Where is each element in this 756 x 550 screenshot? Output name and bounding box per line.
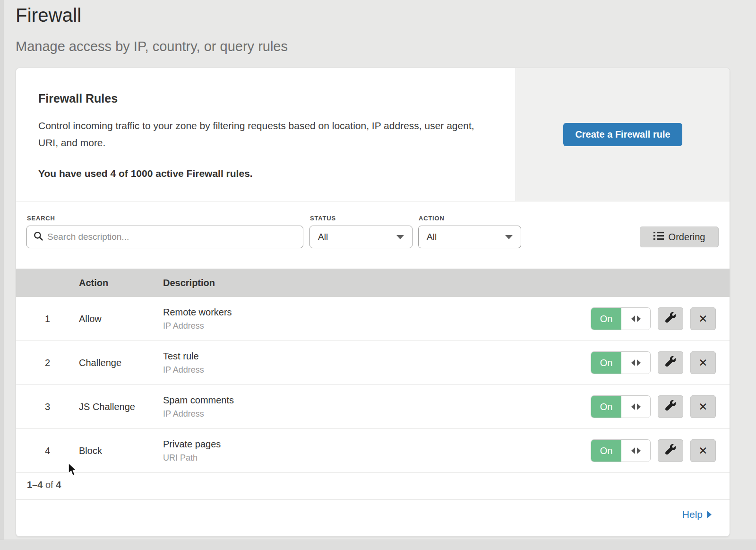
rule-match-type: IP Address	[163, 365, 591, 375]
rule-action: Block	[79, 445, 163, 456]
search-input[interactable]	[47, 232, 296, 242]
page-title: Firewall	[16, 5, 756, 26]
rule-description: Remote workers	[163, 307, 591, 318]
table-header: Action Description	[16, 269, 730, 297]
delete-rule-button[interactable]: ✕	[690, 351, 716, 374]
list-icon	[653, 231, 664, 243]
toggle-on-label: On	[591, 308, 621, 330]
search-label: SEARCH	[27, 215, 55, 222]
rule-number: 3	[16, 402, 79, 412]
page-left-edge	[0, 0, 4, 550]
search-icon	[34, 231, 43, 243]
wrench-icon	[665, 444, 676, 457]
action-select-value: All	[427, 232, 437, 242]
wrench-icon	[665, 312, 676, 325]
toggle-arrows-icon	[621, 440, 650, 462]
rule-controls: On ✕	[591, 439, 730, 462]
filter-bar: SEARCH STATUS All ACTION All Ordering	[16, 201, 730, 269]
rule-description-cell: Remote workers IP Address	[163, 307, 591, 331]
delete-rule-button[interactable]: ✕	[690, 307, 716, 330]
status-label: STATUS	[310, 215, 336, 222]
card-intro: Firewall Rules Control incoming traffic …	[16, 68, 515, 201]
action-select[interactable]: All	[418, 226, 521, 248]
table-row: 2 Challenge Test rule IP Address On ✕	[16, 341, 730, 385]
rule-action: JS Challenge	[79, 402, 163, 412]
edit-rule-button[interactable]	[658, 351, 683, 374]
wrench-icon	[665, 356, 676, 369]
toggle-on-label: On	[591, 396, 621, 418]
edit-rule-button[interactable]	[658, 439, 683, 462]
ordering-button[interactable]: Ordering	[640, 227, 719, 247]
rule-description: Private pages	[163, 439, 591, 450]
card-usage-text: You have used 4 of 1000 active Firewall …	[38, 168, 497, 179]
column-header-action: Action	[79, 278, 163, 288]
status-select-value: All	[318, 232, 328, 242]
create-firewall-rule-button[interactable]: Create a Firewall rule	[563, 123, 682, 146]
edit-rule-button[interactable]	[658, 307, 683, 330]
ordering-button-label: Ordering	[669, 232, 705, 243]
card-action-panel: Create a Firewall rule	[515, 68, 730, 201]
rule-match-type: IP Address	[163, 321, 591, 331]
page-subtitle: Manage access by IP, country, or query r…	[16, 39, 756, 54]
search-field[interactable]	[26, 226, 303, 248]
table-row: 3 JS Challenge Spam comments IP Address …	[16, 385, 730, 429]
rule-description-cell: Spam comments IP Address	[163, 395, 591, 419]
toggle-arrows-icon	[621, 396, 650, 418]
rule-description-cell: Private pages URI Path	[163, 439, 591, 463]
chevron-right-icon	[707, 511, 712, 518]
rule-match-type: URI Path	[163, 453, 591, 463]
page-bottom-edge	[0, 540, 756, 550]
pagination-range: 1–4	[27, 480, 43, 490]
rule-controls: On ✕	[591, 395, 730, 418]
toggle-on-label: On	[591, 352, 621, 374]
delete-rule-button[interactable]: ✕	[690, 395, 716, 418]
rule-match-type: IP Address	[163, 409, 591, 419]
rule-number: 1	[16, 314, 79, 324]
rule-description: Spam comments	[163, 395, 591, 406]
card-top-section: Firewall Rules Control incoming traffic …	[16, 68, 730, 201]
pagination-total: 4	[56, 480, 61, 490]
toggle-on-label: On	[591, 440, 621, 462]
close-icon: ✕	[698, 313, 707, 325]
pagination-of: of	[45, 480, 53, 490]
rule-enable-toggle[interactable]: On	[591, 307, 651, 330]
rule-number: 4	[16, 445, 79, 456]
rule-description: Test rule	[163, 351, 591, 362]
table-row: 1 Allow Remote workers IP Address On ✕	[16, 297, 730, 341]
firewall-rules-card: Firewall Rules Control incoming traffic …	[16, 68, 730, 537]
rule-enable-toggle[interactable]: On	[591, 351, 651, 374]
chevron-down-icon	[505, 235, 513, 239]
card-description: Control incoming traffic to your zone by…	[38, 117, 487, 151]
close-icon: ✕	[698, 401, 707, 413]
chevron-down-icon	[396, 235, 404, 239]
rule-enable-toggle[interactable]: On	[591, 395, 651, 418]
rule-number: 2	[16, 358, 79, 368]
close-icon: ✕	[698, 357, 707, 369]
card-footer: Help	[16, 499, 730, 537]
rule-enable-toggle[interactable]: On	[591, 439, 651, 462]
rule-controls: On ✕	[591, 351, 730, 374]
rule-description-cell: Test rule IP Address	[163, 351, 591, 375]
wrench-icon	[665, 400, 676, 413]
help-link-label: Help	[682, 509, 703, 520]
action-label: ACTION	[419, 215, 445, 222]
close-icon: ✕	[698, 445, 707, 457]
column-header-description: Description	[163, 278, 730, 288]
pagination-summary: 1–4 of 4	[16, 473, 730, 499]
rule-action: Allow	[79, 314, 163, 324]
status-select[interactable]: All	[309, 226, 412, 248]
edit-rule-button[interactable]	[658, 395, 683, 418]
toggle-arrows-icon	[621, 352, 650, 374]
delete-rule-button[interactable]: ✕	[690, 439, 716, 462]
rule-controls: On ✕	[591, 307, 730, 330]
help-link[interactable]: Help	[682, 509, 712, 520]
table-row: 4 Block Private pages URI Path On ✕	[16, 429, 730, 473]
card-heading: Firewall Rules	[38, 92, 497, 105]
toggle-arrows-icon	[621, 308, 650, 330]
page-header: Firewall Manage access by IP, country, o…	[0, 0, 756, 54]
rule-action: Challenge	[79, 358, 163, 368]
